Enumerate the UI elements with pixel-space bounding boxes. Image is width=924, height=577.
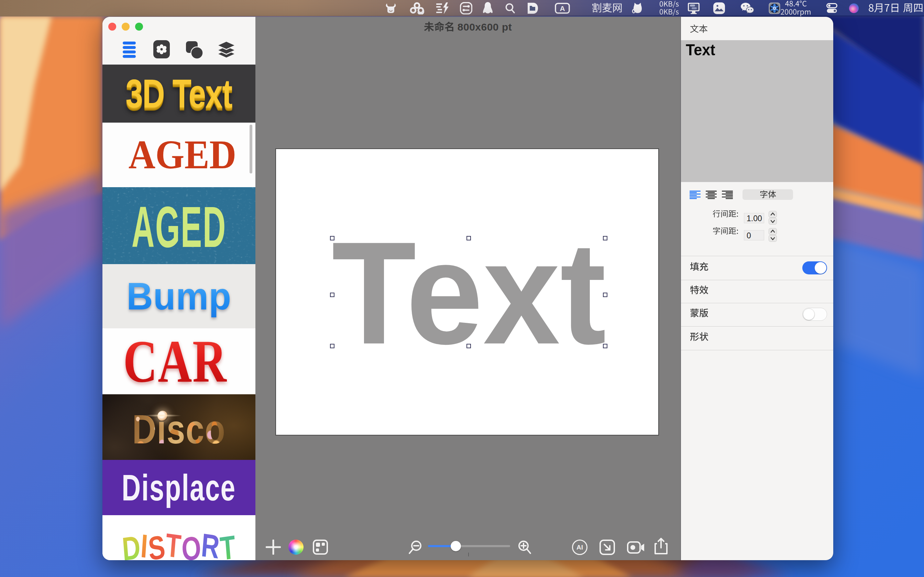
svg-text:A: A (560, 5, 565, 12)
